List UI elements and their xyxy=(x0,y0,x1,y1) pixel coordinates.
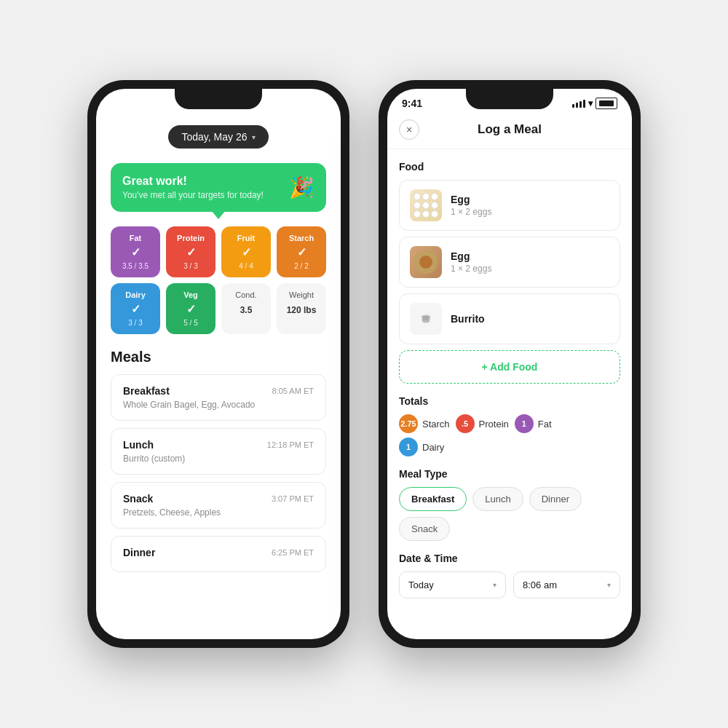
totals-chips-2: 1 Dairy xyxy=(399,438,620,456)
food-desc-1: 1 × 2 eggs xyxy=(451,207,491,217)
protein-card[interactable]: Protein ✓ 3 / 3 xyxy=(166,226,215,277)
date-label: Today, May 26 xyxy=(181,131,247,143)
food-item-3[interactable]: Burrito xyxy=(399,293,620,344)
log-meal-header: × Log a Meal xyxy=(387,114,632,149)
meal-name-dinner: Dinner xyxy=(123,547,155,558)
food-section-label: Food xyxy=(399,161,620,173)
meal-name-snack: Snack xyxy=(123,493,153,505)
notch-1 xyxy=(175,89,262,109)
wifi-icon: ▾ xyxy=(588,98,593,108)
meal-time-snack: 3:07 PM ET xyxy=(272,494,314,503)
congrats-emoji: 🎉 xyxy=(289,175,314,199)
meal-card-dinner[interactable]: Dinner 6:25 PM ET xyxy=(111,536,326,572)
meal-card-breakfast[interactable]: Breakfast 8:05 AM ET Whole Grain Bagel, … xyxy=(111,374,326,421)
meal-items-lunch: Burrito (custom) xyxy=(123,454,314,464)
date-selector[interactable]: Today, May 26 ▾ xyxy=(111,125,326,149)
fruit-check: ✓ xyxy=(227,245,265,259)
datetime-row: Today ▾ 8:06 am ▾ xyxy=(399,571,620,598)
time-select[interactable]: 8:06 am ▾ xyxy=(513,571,620,598)
signal-icon xyxy=(572,100,585,108)
food-image-1 xyxy=(410,189,442,221)
meal-card-snack[interactable]: Snack 3:07 PM ET Pretzels, Cheese, Apple… xyxy=(111,482,326,529)
starch-circle: 2.75 xyxy=(399,414,418,433)
meal-time-lunch: 12:18 PM ET xyxy=(267,440,314,449)
meal-type-buttons: Breakfast Lunch Dinner Snack xyxy=(399,487,620,541)
veg-card[interactable]: Veg ✓ 5 / 5 xyxy=(166,283,215,334)
meals-section: Meals Breakfast 8:05 AM ET Whole Grain B… xyxy=(111,349,326,572)
fruit-label: Fruit xyxy=(227,234,265,242)
dairy-card[interactable]: Dairy ✓ 3 / 3 xyxy=(111,283,160,334)
meal-items-breakfast: Whole Grain Bagel, Egg, Avocado xyxy=(123,400,314,410)
food-image-3 xyxy=(410,303,442,335)
date-chevron-icon: ▾ xyxy=(493,581,496,589)
veg-value: 5 / 5 xyxy=(172,319,210,327)
weight-value: 120 lbs xyxy=(282,305,320,315)
protein-chip-label: Protein xyxy=(479,419,509,430)
fat-card[interactable]: Fat ✓ 3.5 / 3.5 xyxy=(111,226,160,277)
meal-card-lunch[interactable]: Lunch 12:18 PM ET Burrito (custom) xyxy=(111,428,326,475)
chevron-down-icon: ▾ xyxy=(252,133,256,141)
add-food-button[interactable]: + Add Food xyxy=(399,350,620,384)
weight-label: Weight xyxy=(282,290,320,299)
status-icons: ▾ xyxy=(572,98,617,109)
protein-label: Protein xyxy=(172,234,210,242)
totals-section: Totals 2.75 Starch .5 Protein 1 Fat xyxy=(399,395,620,456)
notch-2 xyxy=(466,89,553,109)
fat-total: 1 Fat xyxy=(515,414,552,433)
meal-type-dinner[interactable]: Dinner xyxy=(529,487,582,511)
meal-type-label: Meal Type xyxy=(399,468,620,480)
battery-icon xyxy=(596,98,617,109)
donut-visual xyxy=(414,250,438,274)
dairy-value: 3 / 3 xyxy=(116,319,154,327)
food-name-3: Burrito xyxy=(451,313,485,325)
fat-label: Fat xyxy=(116,234,154,242)
meal-time-dinner: 6:25 PM ET xyxy=(272,548,314,557)
starch-card[interactable]: Starch ✓ 2 / 2 xyxy=(277,226,326,277)
meal-type-breakfast[interactable]: Breakfast xyxy=(399,487,467,511)
meal-type-lunch[interactable]: Lunch xyxy=(472,487,523,511)
meals-title: Meals xyxy=(111,349,326,365)
cond-value: 3.5 xyxy=(227,305,265,315)
date-select[interactable]: Today ▾ xyxy=(399,571,506,598)
log-meal-content: Food Egg 1 × 2 eggs xyxy=(387,149,632,639)
dashboard-content: Today, May 26 ▾ Great work! You've met a… xyxy=(96,89,341,639)
fat-chip-label: Fat xyxy=(538,419,552,430)
datetime-section: Date & Time Today ▾ 8:06 am ▾ xyxy=(399,553,620,598)
congrats-title: Great work! xyxy=(122,175,264,188)
food-item-1[interactable]: Egg 1 × 2 eggs xyxy=(399,180,620,231)
meal-name-breakfast: Breakfast xyxy=(123,385,170,397)
dairy-check: ✓ xyxy=(116,302,154,316)
protein-circle: .5 xyxy=(456,414,475,433)
fruit-value: 4 / 4 xyxy=(227,262,265,270)
phone-2: 9:41 ▾ × Log a Meal xyxy=(379,80,641,648)
status-time: 9:41 xyxy=(402,98,422,109)
cond-card[interactable]: Cond. 3.5 xyxy=(221,283,271,334)
fruit-card[interactable]: Fruit ✓ 4 / 4 xyxy=(221,226,271,277)
food-info-2: Egg 1 × 2 eggs xyxy=(451,250,491,274)
protein-check: ✓ xyxy=(172,245,210,259)
fat-circle: 1 xyxy=(515,414,534,433)
food-info-3: Burrito xyxy=(451,313,485,325)
close-button[interactable]: × xyxy=(399,119,419,140)
nutrient-grid-row2: Dairy ✓ 3 / 3 Veg ✓ 5 / 5 Cond. 3.5 We xyxy=(111,283,326,334)
datetime-label: Date & Time xyxy=(399,553,620,564)
food-item-2[interactable]: Egg 1 × 2 eggs xyxy=(399,237,620,288)
starch-value: 2 / 2 xyxy=(282,262,320,270)
congrats-subtitle: You've met all your targets for today! xyxy=(122,190,264,200)
congrats-banner: Great work! You've met all your targets … xyxy=(111,163,326,212)
totals-label: Totals xyxy=(399,395,620,407)
date-value: Today xyxy=(408,579,434,590)
food-name-2: Egg xyxy=(451,250,491,262)
fat-check: ✓ xyxy=(116,245,154,259)
time-value: 8:06 am xyxy=(523,579,557,590)
phone-1: Today, May 26 ▾ Great work! You've met a… xyxy=(87,80,349,648)
dairy-total: 1 Dairy xyxy=(399,438,444,456)
weight-card[interactable]: Weight 120 lbs xyxy=(277,283,326,334)
meal-type-snack[interactable]: Snack xyxy=(399,517,450,541)
protein-value: 3 / 3 xyxy=(172,262,210,270)
starch-label: Starch xyxy=(282,234,320,242)
cond-label: Cond. xyxy=(227,290,265,299)
food-info-1: Egg 1 × 2 eggs xyxy=(451,194,491,217)
page-title: Log a Meal xyxy=(419,122,600,137)
veg-label: Veg xyxy=(172,290,210,299)
